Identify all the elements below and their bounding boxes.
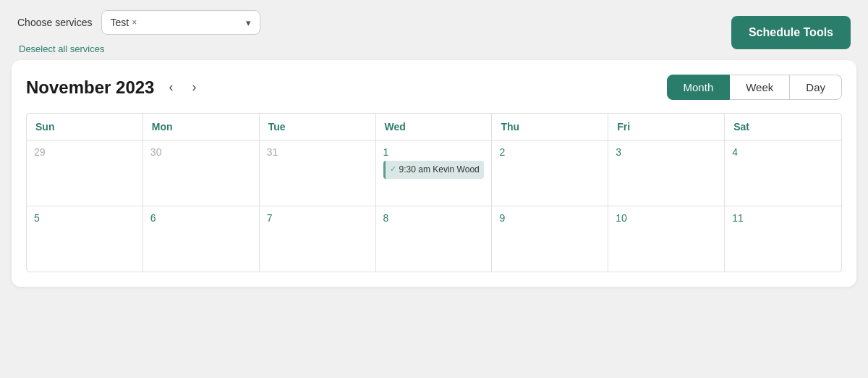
calendar-cell[interactable]: 2 [492, 140, 608, 206]
cell-date: 30 [150, 146, 252, 158]
cell-date: 4 [732, 146, 834, 158]
cell-date: 31 [267, 146, 368, 158]
calendar-cell[interactable]: 11 [725, 206, 841, 272]
services-dropdown-content: Test × [111, 17, 137, 28]
view-day-button[interactable]: Day [790, 75, 842, 100]
calendar-title: November 2023 [26, 77, 154, 98]
calendar-cell[interactable]: 9 [492, 206, 608, 272]
service-tag-label: Test [111, 17, 129, 28]
top-bar: Choose services Test × ▾ Deselect all se… [0, 0, 868, 60]
service-tag: Test × [111, 17, 137, 28]
calendar-cell[interactable]: 8 [376, 206, 493, 272]
deselect-all-link[interactable]: Deselect all services [17, 43, 105, 54]
view-month-button[interactable]: Month [667, 75, 731, 100]
calendar-week: 5 6 7 8 9 10 11 [27, 206, 841, 272]
calendar-days-header: Sun Mon Tue Wed Thu Fri Sat [27, 114, 841, 140]
calendar-cell[interactable]: 31 [260, 140, 376, 206]
cell-date: 9 [499, 212, 600, 224]
top-bar-left: Choose services Test × ▾ Deselect all se… [17, 10, 260, 54]
services-dropdown[interactable]: Test × ▾ [101, 10, 260, 35]
day-header-thu: Thu [492, 114, 608, 140]
schedule-tools-button[interactable]: Schedule Tools [731, 16, 851, 49]
choose-services-label: Choose services [17, 17, 93, 28]
top-bar-row: Choose services Test × ▾ [17, 10, 260, 35]
cell-date: 29 [34, 146, 135, 158]
day-header-mon: Mon [143, 114, 260, 140]
cell-date: 1 [383, 146, 485, 158]
cell-date: 7 [267, 212, 368, 224]
calendar-header: November 2023 ‹ › Month Week Day [26, 75, 842, 100]
cell-date: 3 [616, 146, 717, 158]
day-header-fri: Fri [608, 114, 725, 140]
next-month-button[interactable]: › [187, 78, 200, 96]
calendar-cell[interactable]: 3 [608, 140, 725, 206]
calendar-container: November 2023 ‹ › Month Week Day Sun Mon… [12, 60, 856, 287]
calendar-cell[interactable]: 1 ✓ 9:30 am Kevin Wood [376, 140, 493, 206]
calendar-grid: Sun Mon Tue Wed Thu Fri Sat 29 30 31 [26, 113, 842, 272]
cell-date: 6 [150, 212, 252, 224]
day-header-sun: Sun [27, 114, 143, 140]
prev-month-button[interactable]: ‹ [164, 78, 177, 96]
calendar-weeks: 29 30 31 1 ✓ 9:30 am Kevin Wood 2 [27, 140, 841, 272]
event-text: 9:30 am Kevin Wood [399, 164, 480, 176]
calendar-cell[interactable]: 30 [143, 140, 260, 206]
day-header-tue: Tue [260, 114, 376, 140]
dropdown-arrow-icon: ▾ [246, 17, 251, 28]
cell-date: 10 [616, 212, 717, 224]
calendar-cell[interactable]: 6 [143, 206, 260, 272]
calendar-cell[interactable]: 10 [608, 206, 725, 272]
cell-date: 8 [383, 212, 485, 224]
calendar-cell[interactable]: 29 [27, 140, 143, 206]
view-toggle: Month Week Day [667, 75, 842, 100]
event-item[interactable]: ✓ 9:30 am Kevin Wood [383, 161, 485, 179]
cell-date: 2 [499, 146, 600, 158]
day-header-sat: Sat [725, 114, 841, 140]
cell-date: 5 [34, 212, 135, 224]
calendar-cell[interactable]: 7 [260, 206, 376, 272]
calendar-cell[interactable]: 5 [27, 206, 143, 272]
service-tag-close-icon[interactable]: × [132, 17, 137, 28]
view-week-button[interactable]: Week [730, 75, 790, 100]
event-check-icon: ✓ [390, 164, 396, 174]
cell-date: 11 [732, 212, 834, 224]
calendar-title-row: November 2023 ‹ › [26, 77, 200, 98]
calendar-cell[interactable]: 4 [725, 140, 841, 206]
day-header-wed: Wed [376, 114, 493, 140]
calendar-week: 29 30 31 1 ✓ 9:30 am Kevin Wood 2 [27, 140, 841, 206]
